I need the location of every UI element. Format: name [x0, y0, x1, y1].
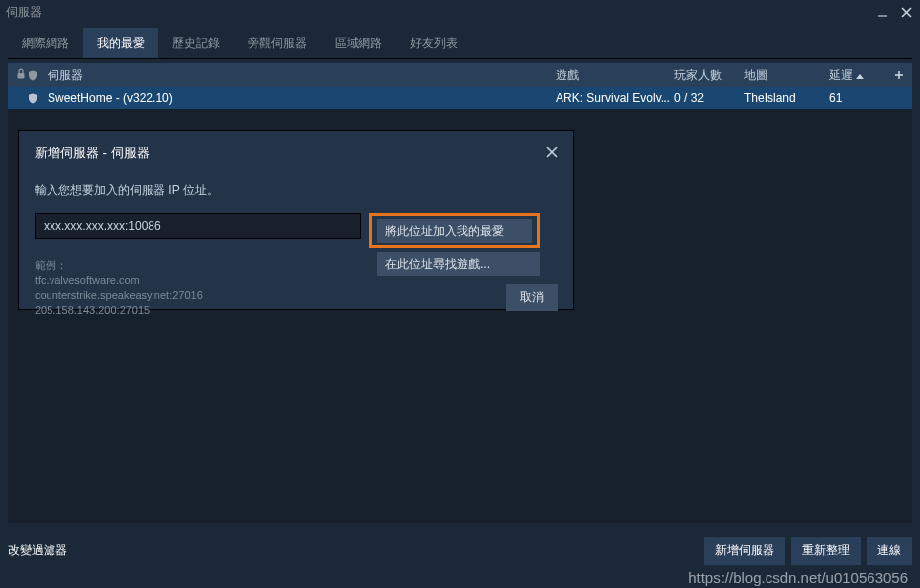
tab-internet[interactable]: 網際網路 [8, 28, 83, 58]
add-server-button[interactable]: 新增伺服器 [704, 537, 785, 565]
add-server-dialog: 新增伺服器 - 伺服器 輸入您想要加入的伺服器 IP 位址。 將此位址加入我的最… [18, 130, 574, 310]
minimize-button[interactable] [874, 4, 890, 20]
change-filters-link[interactable]: 改變過濾器 [8, 542, 67, 559]
example-line: 205.158.143.200:27015 [35, 303, 369, 318]
ip-address-input[interactable] [35, 213, 361, 239]
close-button[interactable] [898, 4, 914, 20]
tab-lan[interactable]: 區域網路 [321, 28, 396, 58]
svg-rect-3 [18, 73, 25, 79]
sort-asc-icon [856, 68, 864, 82]
cancel-button[interactable]: 取消 [506, 284, 558, 311]
watermark: https://blog.csdn.net/u010563056 [0, 569, 920, 586]
refresh-button[interactable]: 重新整理 [791, 537, 861, 565]
table-header: 伺服器 遊戲 玩家人數 地圖 延遲 [8, 63, 912, 87]
cell-latency: 61 [829, 91, 890, 105]
tab-history[interactable]: 歷史記錄 [158, 28, 234, 58]
example-line: tfc.valvesoftware.com [35, 273, 369, 288]
dialog-prompt: 輸入您想要加入的伺服器 IP 位址。 [35, 182, 558, 199]
tab-bar: 網際網路 我的最愛 歷史記錄 旁觀伺服器 區域網路 好友列表 [8, 28, 912, 59]
header-game[interactable]: 遊戲 [556, 67, 674, 84]
header-icons[interactable] [12, 68, 42, 82]
shield-icon [28, 93, 38, 104]
lock-icon [16, 68, 26, 82]
add-column-button[interactable] [890, 70, 908, 80]
window-title: 伺服器 [6, 4, 42, 21]
add-to-favorites-highlight: 將此位址加入我的最愛 [369, 213, 540, 248]
header-players[interactable]: 玩家人數 [674, 67, 744, 84]
header-latency[interactable]: 延遲 [829, 67, 890, 84]
footer: 改變過濾器 新增伺服器 重新整理 連線 [8, 537, 912, 564]
header-map[interactable]: 地圖 [744, 67, 829, 84]
dialog-close-button[interactable] [546, 147, 558, 161]
cell-server: SweetHome - (v322.10) [42, 91, 556, 105]
tab-spectate[interactable]: 旁觀伺服器 [234, 28, 321, 58]
table-row[interactable]: SweetHome - (v322.10) ARK: Survival Evol… [8, 87, 912, 109]
examples-header: 範例： [35, 258, 369, 273]
dialog-title: 新增伺服器 - 伺服器 [35, 145, 150, 162]
add-to-favorites-button[interactable]: 將此位址加入我的最愛 [377, 219, 532, 243]
cell-players: 0 / 32 [674, 91, 744, 105]
cell-map: TheIsland [744, 91, 829, 105]
header-server[interactable]: 伺服器 [42, 67, 556, 84]
title-bar: 伺服器 [0, 0, 920, 24]
tab-favorites[interactable]: 我的最愛 [83, 28, 158, 58]
connect-button[interactable]: 連線 [867, 537, 912, 565]
tab-friends[interactable]: 好友列表 [396, 28, 471, 58]
shield-icon [28, 70, 38, 81]
cell-game: ARK: Survival Evolv... [556, 91, 674, 105]
find-games-button[interactable]: 在此位址尋找遊戲... [377, 252, 540, 276]
example-line: counterstrike.speakeasy.net:27016 [35, 288, 369, 303]
